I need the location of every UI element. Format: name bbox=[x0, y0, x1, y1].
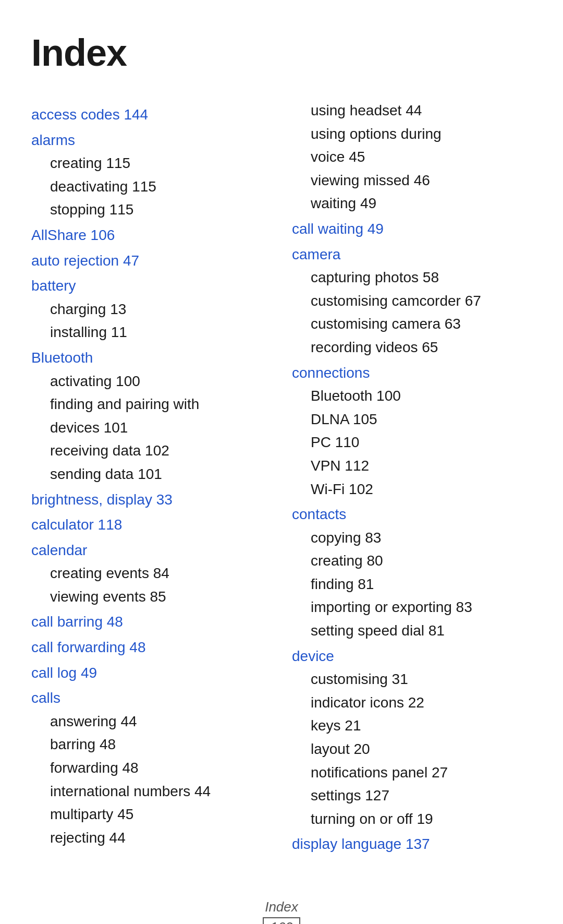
index-sub-entry: importing or exporting 83 bbox=[292, 597, 532, 618]
index-sub-entry: customising camcorder 67 bbox=[292, 291, 532, 312]
index-sub-entry: finding 81 bbox=[292, 574, 532, 595]
index-sub-entry: barring 48 bbox=[31, 734, 271, 755]
page-title: Index bbox=[31, 31, 532, 74]
index-sub-entry: rejecting 44 bbox=[31, 827, 271, 849]
index-link-entry[interactable]: auto rejection 47 bbox=[31, 250, 271, 272]
right-column: using headset 44using options duringvoic… bbox=[292, 100, 532, 857]
index-sub-entry: voice 45 bbox=[292, 147, 532, 168]
index-sub-entry: indicator icons 22 bbox=[292, 692, 532, 714]
index-sub-entry: copying 83 bbox=[292, 527, 532, 549]
index-sub-entry: Bluetooth 100 bbox=[292, 386, 532, 407]
index-sub-entry: setting speed dial 81 bbox=[292, 620, 532, 642]
index-sub-entry: customising camera 63 bbox=[292, 314, 532, 335]
page-number: 162 bbox=[263, 917, 300, 924]
index-sub-entry: multiparty 45 bbox=[31, 804, 271, 825]
left-column: access codes 144alarmscreating 115deacti… bbox=[31, 100, 271, 857]
index-link-entry[interactable]: AllShare 106 bbox=[31, 225, 271, 246]
index-sub-entry: deactivating 115 bbox=[31, 176, 271, 198]
index-sub-entry: waiting 49 bbox=[292, 193, 532, 214]
index-sub-entry: recording videos 65 bbox=[292, 337, 532, 358]
index-sub-entry: Wi-Fi 102 bbox=[292, 479, 532, 500]
index-link-entry[interactable]: Bluetooth bbox=[31, 347, 271, 369]
index-sub-entry: layout 20 bbox=[292, 739, 532, 760]
index-link-entry[interactable]: connections bbox=[292, 363, 532, 384]
index-sub-entry: creating events 84 bbox=[31, 563, 271, 584]
index-sub-entry: international numbers 44 bbox=[31, 781, 271, 802]
index-link-entry[interactable]: device bbox=[292, 646, 532, 667]
index-sub-entry: customising 31 bbox=[292, 669, 532, 690]
index-sub-entry: forwarding 48 bbox=[31, 758, 271, 779]
index-sub-entry: stopping 115 bbox=[31, 199, 271, 221]
index-sub-entry: capturing photos 58 bbox=[292, 267, 532, 289]
index-sub-entry: devices 101 bbox=[31, 417, 271, 439]
index-link-entry[interactable]: brightness, display 33 bbox=[31, 489, 271, 511]
index-link-entry[interactable]: call forwarding 48 bbox=[31, 637, 271, 658]
index-sub-entry: keys 21 bbox=[292, 715, 532, 737]
index-sub-entry: viewing missed 46 bbox=[292, 170, 532, 191]
index-columns: access codes 144alarmscreating 115deacti… bbox=[31, 100, 532, 857]
index-sub-entry: using headset 44 bbox=[292, 100, 532, 122]
index-sub-entry: charging 13 bbox=[31, 299, 271, 320]
index-link-entry[interactable]: access codes 144 bbox=[31, 104, 271, 126]
index-sub-entry: creating 80 bbox=[292, 550, 532, 572]
index-link-entry[interactable]: contacts bbox=[292, 504, 532, 525]
index-link-entry[interactable]: calls bbox=[31, 688, 271, 709]
index-sub-entry: sending data 101 bbox=[31, 464, 271, 485]
index-sub-entry: notifications panel 27 bbox=[292, 762, 532, 784]
index-link-entry[interactable]: call log 49 bbox=[31, 663, 271, 684]
index-sub-entry: receiving data 102 bbox=[31, 440, 271, 462]
index-sub-entry: DLNA 105 bbox=[292, 409, 532, 430]
index-sub-entry: using options during bbox=[292, 124, 532, 145]
index-sub-entry: answering 44 bbox=[31, 711, 271, 733]
index-sub-entry: activating 100 bbox=[31, 371, 271, 392]
index-link-entry[interactable]: call waiting 49 bbox=[292, 219, 532, 240]
index-link-entry[interactable]: alarms bbox=[31, 130, 271, 151]
page-footer: Index 162 bbox=[31, 899, 532, 924]
index-sub-entry: VPN 112 bbox=[292, 455, 532, 477]
index-sub-entry: PC 110 bbox=[292, 432, 532, 453]
index-sub-entry: finding and pairing with bbox=[31, 394, 271, 415]
index-link-entry[interactable]: battery bbox=[31, 275, 271, 297]
index-link-entry[interactable]: display language 137 bbox=[292, 834, 532, 855]
index-sub-entry: settings 127 bbox=[292, 785, 532, 807]
index-sub-entry: turning on or off 19 bbox=[292, 809, 532, 830]
footer-label: Index bbox=[31, 899, 532, 915]
index-sub-entry: installing 11 bbox=[31, 322, 271, 343]
index-link-entry[interactable]: call barring 48 bbox=[31, 611, 271, 633]
index-sub-entry: viewing events 85 bbox=[31, 586, 271, 608]
index-link-entry[interactable]: camera bbox=[292, 244, 532, 266]
index-link-entry[interactable]: calendar bbox=[31, 540, 271, 561]
index-link-entry[interactable]: calculator 118 bbox=[31, 514, 271, 536]
index-sub-entry: creating 115 bbox=[31, 153, 271, 174]
